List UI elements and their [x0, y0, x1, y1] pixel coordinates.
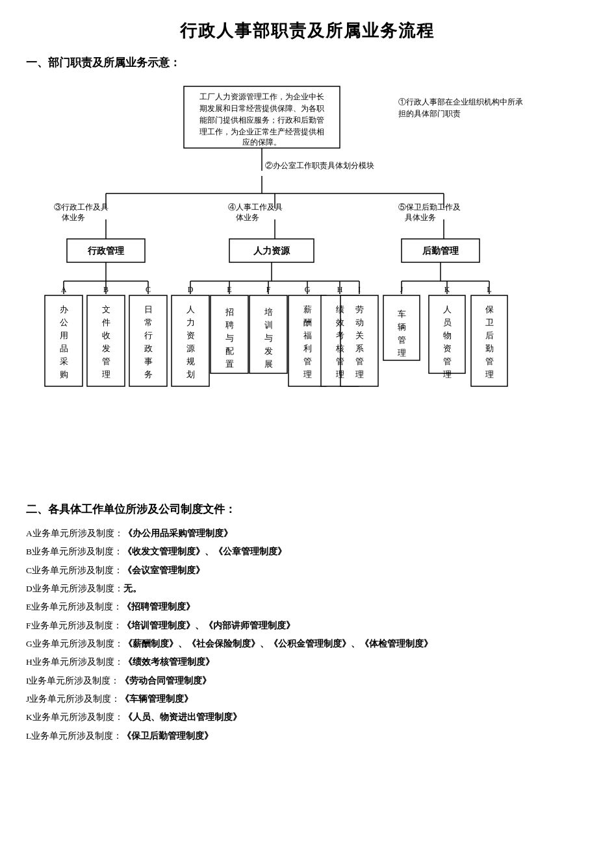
svg-text:与: 与: [225, 333, 233, 343]
svg-text:理: 理: [397, 348, 405, 358]
svg-text:动: 动: [355, 317, 363, 327]
svg-text:管: 管: [397, 335, 405, 345]
list-item: F业务单元所涉及制度：《培训管理制度》、《内部讲师管理制度》: [26, 617, 588, 635]
svg-text:具体业务: 具体业务: [405, 213, 436, 222]
svg-text:B: B: [103, 285, 108, 294]
svg-text:薪: 薪: [303, 304, 311, 314]
svg-text:员: 员: [442, 317, 451, 327]
svg-text:用: 用: [59, 330, 68, 340]
svg-text:日: 日: [144, 304, 152, 314]
svg-text:发: 发: [101, 343, 110, 353]
svg-text:辆: 辆: [397, 322, 405, 332]
list-item: G业务单元所涉及制度：《薪酬制度》、《社会保险制度》、《公积金管理制度》、《体检…: [26, 635, 588, 653]
svg-text:理: 理: [101, 369, 110, 379]
svg-text:采: 采: [59, 356, 68, 366]
svg-text:事: 事: [144, 356, 152, 366]
svg-text:培: 培: [263, 307, 272, 317]
svg-text:核: 核: [335, 343, 344, 353]
svg-text:C: C: [145, 285, 150, 294]
svg-text:政: 政: [144, 343, 152, 353]
svg-text:公: 公: [59, 317, 68, 327]
svg-text:保: 保: [485, 304, 493, 314]
svg-text:与: 与: [264, 333, 272, 343]
svg-text:招: 招: [224, 307, 233, 317]
svg-text:绩: 绩: [335, 304, 344, 314]
svg-text:务: 务: [144, 369, 152, 379]
svg-text:E: E: [227, 285, 231, 294]
svg-text:行: 行: [144, 330, 152, 340]
svg-text:L: L: [487, 285, 491, 294]
svg-text:管: 管: [303, 356, 311, 366]
svg-text:H: H: [337, 285, 342, 294]
svg-text:理: 理: [485, 369, 493, 379]
svg-text:力: 力: [186, 317, 194, 327]
svg-text:收: 收: [101, 330, 110, 340]
svg-text:关: 关: [355, 330, 363, 340]
svg-text:管: 管: [485, 356, 493, 366]
svg-text:购: 购: [59, 369, 68, 379]
svg-text:后勤管理: 后勤管理: [422, 245, 459, 256]
svg-text:⑤保卫后勤工作及: ⑤保卫后勤工作及: [398, 203, 461, 212]
svg-text:常: 常: [144, 317, 152, 327]
svg-text:品: 品: [59, 343, 68, 353]
list-item: B业务单元所涉及制度：《收发文管理制度》、《公章管理制度》: [26, 543, 588, 561]
svg-text:规: 规: [186, 356, 194, 366]
svg-text:行政管理: 行政管理: [87, 246, 125, 256]
svg-text:福: 福: [303, 330, 311, 340]
svg-text:划: 划: [186, 369, 194, 379]
svg-text:K: K: [444, 285, 450, 294]
svg-text:件: 件: [101, 317, 110, 327]
list-item: E业务单元所涉及制度：《招聘管理制度》: [26, 598, 588, 616]
svg-text:A: A: [60, 285, 66, 294]
svg-text:体业务: 体业务: [236, 213, 259, 222]
org-chart: 工厂人力资源管理工作，为企业中长 期发展和日常经营提供保障、为各职 能部门提供相…: [26, 80, 588, 482]
doc-list: A业务单元所涉及制度：《办公用品采购管理制度》B业务单元所涉及制度：《收发文管理…: [26, 525, 588, 745]
svg-text:管: 管: [355, 356, 363, 366]
svg-text:担的具体部门职责: 担的具体部门职责: [398, 109, 461, 118]
svg-text:人: 人: [442, 304, 451, 314]
svg-text:车: 车: [397, 309, 405, 319]
svg-text:卫: 卫: [485, 317, 493, 327]
svg-text:效: 效: [335, 317, 344, 327]
svg-text:训: 训: [264, 320, 272, 330]
page-title: 行政人事部职责及所属业务流程: [26, 19, 588, 42]
svg-text:I: I: [358, 285, 361, 294]
svg-text:聘: 聘: [225, 320, 233, 330]
section2-title: 二、各具体工作单位所涉及公司制度文件：: [26, 502, 588, 517]
list-item: D业务单元所涉及制度：无。: [26, 580, 588, 598]
svg-text:文: 文: [101, 304, 110, 314]
section1-title: 一、部门职责及所属业务示意：: [26, 55, 588, 70]
svg-text:管: 管: [335, 356, 344, 366]
svg-text:D: D: [187, 285, 193, 294]
svg-text:资: 资: [442, 343, 451, 353]
svg-text:利: 利: [303, 343, 311, 353]
list-item: H业务单元所涉及制度：《绩效考核管理制度》: [26, 653, 588, 671]
svg-text:发: 发: [264, 346, 272, 356]
list-item: K业务单元所涉及制度：《人员、物资进出管理制度》: [26, 708, 588, 726]
list-item: L业务单元所涉及制度：《保卫后勤管理制度》: [26, 727, 588, 745]
svg-text:①行政人事部在企业组织机构中所承: ①行政人事部在企业组织机构中所承: [398, 97, 523, 106]
svg-text:理: 理: [442, 369, 451, 379]
svg-text:勤: 勤: [485, 343, 493, 353]
list-item: J业务单元所涉及制度：《车辆管理制度》: [26, 690, 588, 708]
list-item: C业务单元所涉及制度：《会议室管理制度》: [26, 562, 588, 580]
svg-text:资: 资: [186, 330, 194, 340]
svg-text:后: 后: [485, 330, 493, 340]
svg-text:工厂人力资源管理工作，为企业中长: 工厂人力资源管理工作，为企业中长: [199, 92, 324, 101]
svg-text:人力资源: 人力资源: [253, 245, 290, 256]
svg-text:源: 源: [186, 343, 194, 353]
svg-text:理: 理: [303, 369, 311, 379]
svg-text:理: 理: [355, 369, 363, 379]
svg-text:劳: 劳: [355, 304, 363, 314]
svg-text:G: G: [304, 285, 310, 294]
svg-text:置: 置: [225, 359, 233, 369]
svg-text:人: 人: [186, 304, 194, 314]
svg-text:考: 考: [335, 330, 344, 340]
svg-text:J: J: [400, 285, 403, 294]
svg-text:理: 理: [335, 369, 344, 379]
svg-text:展: 展: [264, 359, 272, 369]
svg-text:能部门提供相应服务；行政和后勤管: 能部门提供相应服务；行政和后勤管: [199, 116, 324, 125]
svg-text:理工作，为企业正常生产经营提供相: 理工作，为企业正常生产经营提供相: [199, 127, 324, 136]
svg-text:配: 配: [225, 346, 233, 356]
svg-text:③行政工作及具: ③行政工作及具: [54, 203, 109, 212]
